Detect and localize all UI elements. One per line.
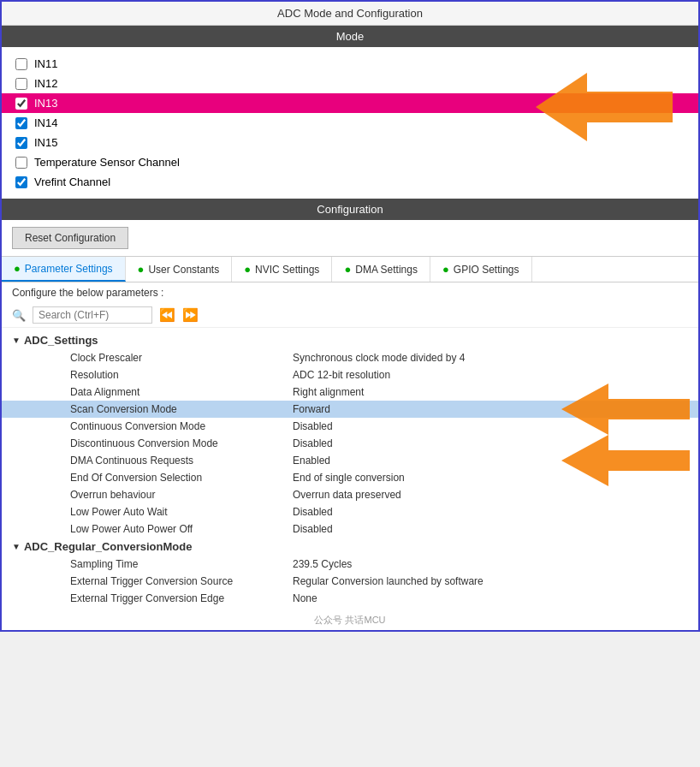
tree-group-ADC_Regular_ConversionMode[interactable]: ▼ ADC_Regular_ConversionMode: [2, 538, 698, 556]
config-header: Configuration: [2, 199, 698, 220]
reset-config-button[interactable]: Reset Configuration: [12, 227, 128, 249]
param-value[interactable]: 239.5 Cycles: [293, 558, 698, 570]
tab-parameter-settings[interactable]: ●Parameter Settings: [2, 257, 126, 282]
tree-group-ADC_Settings[interactable]: ▼ ADC_Settings: [2, 331, 698, 349]
param-label: End Of Conversion Selection: [70, 472, 293, 484]
group-name: ADC_Settings: [24, 334, 98, 347]
watermark: 公众号 共话MCU: [2, 610, 698, 630]
checkbox-in14[interactable]: [15, 117, 27, 129]
checkbox-label: IN14: [34, 116, 57, 129]
checkbox-row-in13: IN13: [2, 93, 698, 113]
checkbox-row-temperature-sensor-channel: Temperature Sensor Channel: [15, 152, 685, 172]
param-value[interactable]: ADC 12-bit resolution: [293, 369, 698, 381]
param-label: Scan Conversion Mode: [70, 403, 293, 415]
group-name: ADC_Regular_ConversionMode: [24, 540, 192, 553]
checkbox-label: IN11: [34, 57, 57, 70]
checkbox-vrefint-channel[interactable]: [15, 176, 27, 188]
param-label: Data Alignment: [70, 386, 293, 398]
param-row[interactable]: Overrun behaviourOverrun data preserved: [2, 486, 698, 503]
param-value[interactable]: Right alignment: [293, 386, 698, 398]
param-row[interactable]: Discontinuous Conversion ModeDisabled: [2, 435, 698, 452]
tab-check-icon: ●: [442, 263, 449, 276]
param-row[interactable]: Continuous Conversion ModeDisabled: [2, 418, 698, 435]
tab-label: Parameter Settings: [25, 263, 113, 275]
tab-label: NVIC Settings: [255, 264, 319, 276]
reset-btn-area: Reset Configuration: [2, 220, 698, 256]
checkbox-label: IN12: [34, 77, 57, 90]
param-row[interactable]: Low Power Auto Power OffDisabled: [2, 520, 698, 538]
param-value[interactable]: Disabled: [293, 506, 698, 518]
param-label: External Trigger Conversion Source: [70, 575, 293, 587]
mode-section: IN11IN12IN13IN14IN15Temperature Sensor C…: [2, 47, 698, 199]
tab-user-constants[interactable]: ●User Constants: [126, 257, 233, 282]
checkbox-row-vrefint-channel: Vrefint Channel: [15, 172, 685, 192]
tab-gpio-settings[interactable]: ●GPIO Settings: [430, 257, 532, 282]
param-row[interactable]: Scan Conversion ModeForward: [2, 401, 698, 418]
param-value[interactable]: End of single conversion: [293, 472, 698, 484]
checkbox-label: IN13: [34, 97, 57, 110]
param-value[interactable]: Disabled: [293, 523, 698, 535]
checkbox-row-in11: IN11: [15, 54, 685, 74]
param-value[interactable]: Disabled: [293, 420, 698, 432]
main-container: ADC Mode and Configuration Mode IN11IN12…: [0, 0, 700, 632]
checkbox-label: Vrefint Channel: [34, 175, 110, 188]
collapse-icon: ▼: [12, 542, 21, 551]
param-value[interactable]: Synchronous clock mode divided by 4: [293, 352, 698, 364]
prev-arrow-icon[interactable]: ⏪: [159, 307, 175, 323]
param-value[interactable]: Enabled: [293, 455, 698, 467]
param-row[interactable]: Clock PrescalerSynchronous clock mode di…: [2, 349, 698, 366]
param-label: Resolution: [70, 369, 293, 381]
tab-label: DMA Settings: [355, 264, 418, 276]
param-row[interactable]: External Trigger Conversion EdgeNone: [2, 590, 698, 607]
param-value[interactable]: None: [293, 592, 698, 604]
collapse-icon: ▼: [12, 336, 21, 345]
param-label: Continuous Conversion Mode: [70, 420, 293, 432]
search-bar: 🔍 ⏪ ⏩: [2, 303, 698, 328]
param-label: Overrun behaviour: [70, 489, 293, 501]
param-row[interactable]: Data AlignmentRight alignment: [2, 384, 698, 401]
checkbox-in13[interactable]: [15, 98, 27, 110]
checkbox-in11[interactable]: [15, 58, 27, 70]
param-value[interactable]: Overrun data preserved: [293, 489, 698, 501]
tab-check-icon: ●: [344, 263, 351, 276]
mode-header: Mode: [2, 26, 698, 47]
param-row[interactable]: ResolutionADC 12-bit resolution: [2, 366, 698, 384]
tabs-bar: ●Parameter Settings●User Constants●NVIC …: [2, 256, 698, 282]
param-row[interactable]: Sampling Time239.5 Cycles: [2, 556, 698, 573]
checkbox-temperature-sensor-channel[interactable]: [15, 157, 27, 169]
tab-dma-settings[interactable]: ●DMA Settings: [332, 257, 430, 282]
param-label: Low Power Auto Power Off: [70, 523, 293, 535]
param-row[interactable]: DMA Continuous RequestsEnabled: [2, 452, 698, 469]
param-label: External Trigger Conversion Edge: [70, 592, 293, 604]
checkbox-in15[interactable]: [15, 137, 27, 149]
param-value[interactable]: Forward: [293, 403, 698, 415]
param-label: Discontinuous Conversion Mode: [70, 437, 293, 449]
tab-label: User Constants: [148, 264, 219, 276]
param-label: Low Power Auto Wait: [70, 506, 293, 518]
next-arrow-icon[interactable]: ⏩: [182, 307, 199, 323]
param-value[interactable]: Disabled: [293, 437, 698, 449]
search-icon: 🔍: [12, 309, 26, 322]
tab-nvic-settings[interactable]: ●NVIC Settings: [232, 257, 332, 282]
search-input[interactable]: [33, 306, 152, 324]
checkbox-row-in12: IN12: [15, 74, 685, 93]
param-row[interactable]: External Trigger Conversion SourceRegula…: [2, 573, 698, 590]
tab-check-icon: ●: [244, 263, 251, 276]
tab-check-icon: ●: [14, 262, 21, 275]
checkbox-row-in14: IN14: [15, 113, 685, 133]
param-row[interactable]: End Of Conversion SelectionEnd of single…: [2, 469, 698, 486]
configure-label: Configure the below parameters :: [2, 282, 698, 303]
param-label: Clock Prescaler: [70, 352, 293, 364]
checkbox-in12[interactable]: [15, 78, 27, 90]
page-title: ADC Mode and Configuration: [2, 2, 698, 26]
param-label: DMA Continuous Requests: [70, 455, 293, 467]
param-value[interactable]: Regular Conversion launched by software: [293, 575, 698, 587]
checkbox-label: IN15: [34, 136, 57, 149]
checkbox-label: Temperature Sensor Channel: [34, 156, 180, 169]
tab-check-icon: ●: [138, 263, 145, 276]
tab-label: GPIO Settings: [454, 264, 519, 276]
checkbox-row-in15: IN15: [15, 133, 685, 152]
params-tree: ▼ ADC_SettingsClock PrescalerSynchronous…: [2, 328, 698, 610]
param-label: Sampling Time: [70, 558, 293, 570]
param-row[interactable]: Low Power Auto WaitDisabled: [2, 503, 698, 520]
